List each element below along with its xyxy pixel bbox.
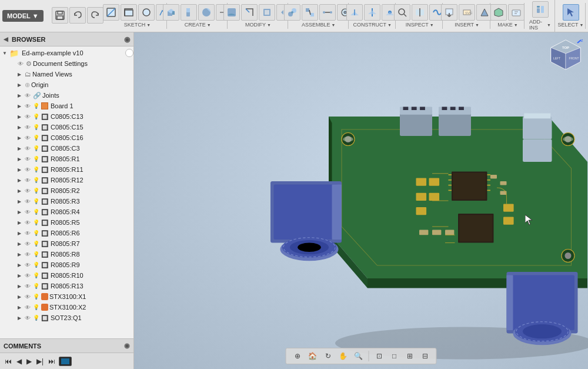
eye-icon: 👁 — [25, 241, 33, 247]
tree-item-r0805-r7[interactable]: ▶👁💡🔲R0805:R7 — [0, 238, 133, 249]
rewind-button[interactable]: ⏮ — [4, 356, 13, 367]
assemble-icon-1[interactable] — [284, 4, 300, 21]
browser-title: BROWSER — [12, 36, 124, 43]
svg-rect-96 — [419, 230, 428, 235]
fit-view-button[interactable]: ⊕ — [291, 350, 304, 363]
zoom-button[interactable]: 🔍 — [352, 350, 365, 363]
addins-icon[interactable] — [532, 1, 549, 18]
addins-label[interactable]: ADD-INS ▼ — [529, 19, 551, 31]
tree-item-c0805-c3[interactable]: ▶👁💡🔲C0805:C3 — [0, 143, 133, 154]
svg-rect-76 — [523, 139, 552, 162]
construct-label[interactable]: CONSTRUCT ▼ — [353, 22, 392, 28]
view-cube-button[interactable]: □ — [388, 350, 401, 363]
pan-button[interactable]: ✋ — [337, 350, 350, 363]
tree-item-r0805-r3[interactable]: ▶👁💡🔲R0805:R3 — [0, 196, 133, 207]
insert-icon-2[interactable]: SVG — [459, 4, 475, 21]
tree-item-r0805-r11[interactable]: ▶👁💡🔲R0805:R11 — [0, 164, 133, 175]
home-view-button[interactable]: 🏠 — [306, 350, 319, 363]
tree-item-joints[interactable]: ▶ 👁 🔗 Joints — [0, 90, 133, 101]
tree-item-r0805-r4[interactable]: ▶👁💡🔲R0805:R4 — [0, 207, 133, 217]
create-label[interactable]: CREATE ▼ — [185, 22, 211, 28]
tree-item-r0805-r6[interactable]: ▶👁💡🔲R0805:R6 — [0, 228, 133, 238]
navigation-cube[interactable]: TOP LEFT FRONT z — [548, 37, 583, 72]
select-icon[interactable] — [563, 4, 579, 21]
collapse-browser-button[interactable]: ◀ — [4, 36, 8, 42]
tree-item-r0805-r13[interactable]: ▶👁💡🔲R0805:R13 — [0, 281, 133, 291]
play-button[interactable]: ▶ — [25, 356, 33, 367]
modify-icon-1[interactable] — [223, 4, 240, 21]
svg-rect-97 — [432, 230, 441, 235]
assemble-icon-3[interactable] — [319, 4, 336, 21]
assemble-icon-2[interactable] — [302, 4, 318, 21]
tree-item-r0805-r5[interactable]: ▶👁💡🔲R0805:R5 — [0, 217, 133, 228]
appearance-button[interactable]: ⊟ — [419, 350, 432, 363]
inspect-label[interactable]: INSPECT ▼ — [406, 22, 434, 28]
model-label: MODEL — [7, 12, 31, 19]
tree-item-r0805-r2[interactable]: ▶👁💡🔲R0805:R2 — [0, 185, 133, 196]
modify-icon-2[interactable] — [241, 4, 258, 21]
make-icon-2[interactable] — [508, 4, 524, 21]
tree-item-c0805-c15[interactable]: ▶👁💡🔲C0805:C15 — [0, 122, 133, 132]
orbit-button[interactable]: ↻ — [322, 350, 335, 363]
assemble-label[interactable]: ASSEMBLE ▼ — [302, 22, 335, 28]
svg-point-120 — [523, 324, 562, 338]
sketch-icon-1[interactable] — [103, 4, 119, 21]
component-icon: 🔲 — [41, 251, 49, 258]
tri-icon: ▶ — [18, 114, 25, 119]
undo-icon[interactable] — [69, 7, 86, 24]
make-label[interactable]: MAKE ▼ — [497, 22, 517, 28]
sketch-label[interactable]: SKETCH ▼ — [124, 22, 151, 28]
tree-item-r0805-r9[interactable]: ▶👁💡🔲R0805:R9 — [0, 260, 133, 270]
select-label[interactable]: SELECT ▼ — [558, 22, 584, 28]
svg-rect-11 — [186, 8, 190, 12]
tree-items-container: ▶👁💡🔲C0805:C13▶👁💡🔲C0805:C15▶👁💡🔲C0805:C16▶… — [0, 111, 133, 323]
sketch-icon-2[interactable] — [121, 4, 137, 21]
tree-item-c0805-c16[interactable]: ▶👁💡🔲C0805:C16 — [0, 132, 133, 143]
inspect-icon-2[interactable] — [412, 4, 428, 21]
create-icon-1[interactable] — [163, 4, 179, 21]
eye-icon: 👁 — [25, 145, 33, 152]
modify-label[interactable]: MODIFY ▼ — [245, 22, 271, 28]
end-button[interactable]: ⏭ — [47, 356, 56, 367]
modify-icon-3[interactable] — [259, 4, 275, 21]
redo-icon[interactable] — [87, 7, 103, 24]
create-icon-3[interactable] — [198, 4, 215, 21]
construct-icon-1[interactable] — [346, 4, 363, 21]
tree-item-r0805-r1[interactable]: ▶👁💡🔲R0805:R1 — [0, 154, 133, 164]
tree-item-sot23-q1[interactable]: ▶👁💡🔲SOT23:Q1 — [0, 313, 133, 323]
tree-item-r0805-r12[interactable]: ▶👁💡🔲R0805:R12 — [0, 175, 133, 185]
next-button[interactable]: ▶| — [35, 356, 45, 367]
tree-item-r0805-r10[interactable]: ▶👁💡🔲R0805:R10 — [0, 270, 133, 281]
eye-icon: 👁 — [25, 92, 33, 99]
construct-icon-2[interactable] — [364, 4, 380, 21]
tree-item-r0805-r8[interactable]: ▶👁💡🔲R0805:R8 — [0, 249, 133, 260]
tree-item-c0805-c13[interactable]: ▶👁💡🔲C0805:C13 — [0, 111, 133, 122]
svg-rect-72 — [450, 107, 456, 111]
visibility-button[interactable] — [125, 49, 133, 57]
inspect-icon-1[interactable] — [394, 4, 410, 21]
tree-item-origin[interactable]: ▶ ⊕ Origin — [0, 79, 133, 90]
grid-button[interactable]: ⊞ — [403, 350, 416, 363]
insert-label[interactable]: INSERT ▼ — [455, 22, 479, 28]
display-mode-button[interactable]: ⊡ — [373, 350, 386, 363]
viewport[interactable]: TOP LEFT FRONT z ⊕ 🏠 ↻ ✋ 🔍 ⊡ □ ⊞ — [134, 32, 588, 369]
tree-item-doc-settings[interactable]: 👁 ⚙ Document Settings — [0, 58, 133, 69]
comments-pin-button[interactable]: ◉ — [124, 342, 130, 350]
tree-item-board1[interactable]: ▶ 👁 💡 Board 1 — [0, 101, 133, 111]
tree-item-stx3100-x2[interactable]: ▶👁💡STX3100:X2 — [0, 302, 133, 313]
tree-item-stx3100-x1[interactable]: ▶👁💡STX3100:X1 — [0, 291, 133, 302]
model-menu-button[interactable]: MODEL ▼ — [2, 10, 44, 22]
eye-icon: 👁 — [25, 262, 33, 268]
svg-point-28 — [344, 11, 346, 14]
tree-item-named-views[interactable]: ▶ 🗂 Named Views — [0, 69, 133, 79]
create-icon-2[interactable] — [181, 4, 197, 21]
save-icon[interactable] — [52, 7, 68, 24]
assemble-group: ASSEMBLE ▼ — [289, 3, 349, 29]
sketch-icon-3[interactable] — [138, 4, 155, 21]
prev-button[interactable]: ◀ — [15, 356, 23, 367]
insert-icon-1[interactable] — [441, 4, 457, 21]
browser-pin-button[interactable]: ◉ — [124, 35, 130, 44]
component-label: R0805:R12 — [49, 177, 133, 184]
make-icon-1[interactable] — [490, 4, 507, 21]
tree-root-item[interactable]: ▼ 📁 Ed-amp-example v10 — [0, 48, 133, 58]
